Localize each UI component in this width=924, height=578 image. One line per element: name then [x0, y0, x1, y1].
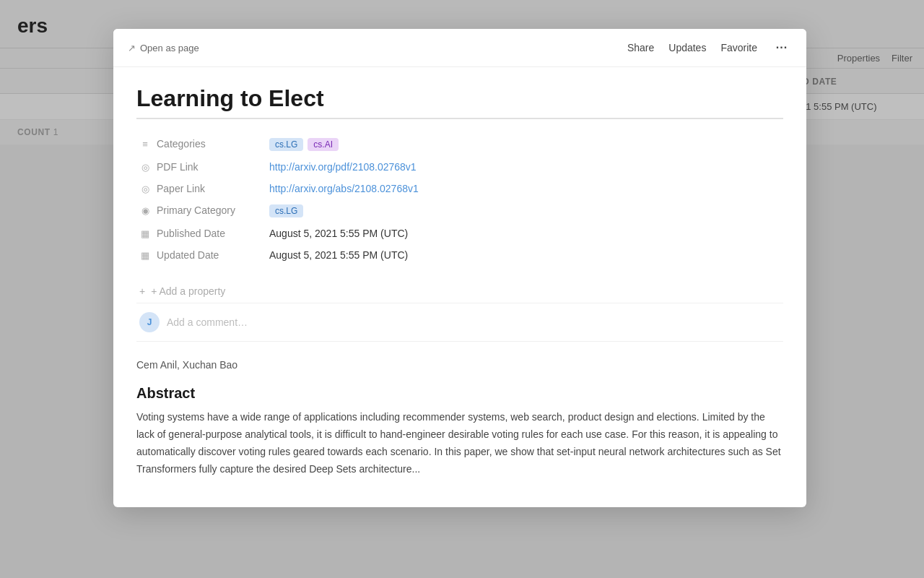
- paper-link-property: ◎ Paper Link http://arxiv.org/abs/2108.0…: [136, 178, 783, 199]
- comment-placeholder[interactable]: Add a comment…: [167, 316, 248, 328]
- published-date-label: ▦ Published Date: [139, 228, 269, 239]
- updated-date-label-text: Updated Date: [157, 249, 219, 261]
- modal-content: Learning to Elect ≡ Categories cs.LG cs.…: [113, 67, 806, 507]
- tag-cs-lg[interactable]: cs.LG: [269, 138, 303, 151]
- updated-date-value[interactable]: August 5, 2021 5:55 PM (UTC): [269, 249, 780, 261]
- comment-section: J Add a comment…: [136, 303, 783, 342]
- authors-text: Cem Anil, Xuchan Bao: [136, 359, 783, 371]
- updated-date-label: ▦ Updated Date: [139, 249, 269, 261]
- add-property-label[interactable]: + Add a property: [151, 285, 225, 297]
- abstract-text: Voting systems have a wide range of appl…: [136, 409, 783, 478]
- tag-cs-ai[interactable]: cs.AI: [308, 138, 339, 151]
- pdf-link-label-text: PDF Link: [157, 161, 199, 173]
- published-date-label-text: Published Date: [157, 228, 225, 239]
- open-as-page-icon: ↗: [128, 43, 136, 53]
- published-date-value[interactable]: August 5, 2021 5:55 PM (UTC): [269, 228, 780, 239]
- more-options-button[interactable]: ···: [772, 38, 792, 58]
- share-button[interactable]: Share: [627, 42, 654, 53]
- primary-category-icon: ◉: [139, 204, 151, 216]
- record-modal: ↗ Open as page Share Updates Favorite ··…: [113, 29, 806, 507]
- properties-section: ≡ Categories cs.LG cs.AI ◎ PDF Link http…: [136, 134, 783, 265]
- primary-category-label-text: Primary Category: [157, 204, 235, 216]
- pdf-link-anchor[interactable]: http://arxiv.org/pdf/2108.02768v1: [269, 161, 417, 173]
- modal-toolbar-left: ↗ Open as page: [128, 43, 199, 53]
- user-avatar: J: [139, 312, 160, 332]
- categories-label: ≡ Categories: [139, 138, 269, 150]
- categories-icon: ≡: [139, 138, 151, 150]
- modal-toolbar-right: Share Updates Favorite ···: [627, 38, 792, 58]
- open-as-page-btn[interactable]: Open as page: [140, 43, 199, 53]
- published-date-property: ▦ Published Date August 5, 2021 5:55 PM …: [136, 223, 783, 243]
- pdf-link-property: ◎ PDF Link http://arxiv.org/pdf/2108.027…: [136, 157, 783, 177]
- pdf-link-label: ◎ PDF Link: [139, 161, 269, 173]
- pdf-link-value: http://arxiv.org/pdf/2108.02768v1: [269, 161, 780, 173]
- categories-label-text: Categories: [157, 138, 206, 150]
- primary-category-label: ◉ Primary Category: [139, 204, 269, 216]
- add-property-row[interactable]: + + Add a property: [136, 280, 783, 303]
- favorite-button[interactable]: Favorite: [720, 42, 757, 53]
- abstract-title: Abstract: [136, 385, 783, 402]
- paper-link-icon: ◎: [139, 183, 151, 194]
- published-date-icon: ▦: [139, 228, 151, 239]
- primary-category-property: ◉ Primary Category cs.LG: [136, 200, 783, 222]
- updated-date-property: ▦ Updated Date August 5, 2021 5:55 PM (U…: [136, 245, 783, 265]
- primary-category-value: cs.LG: [269, 204, 780, 217]
- pdf-link-icon: ◎: [139, 161, 151, 173]
- updates-button[interactable]: Updates: [668, 42, 706, 53]
- categories-value: cs.LG cs.AI: [269, 138, 780, 151]
- updated-date-icon: ▦: [139, 249, 151, 261]
- modal-toolbar: ↗ Open as page Share Updates Favorite ··…: [113, 29, 806, 67]
- paper-link-label-text: Paper Link: [157, 183, 205, 194]
- paper-link-label: ◎ Paper Link: [139, 183, 269, 194]
- categories-property: ≡ Categories cs.LG cs.AI: [136, 134, 783, 155]
- paper-link-anchor[interactable]: http://arxiv.org/abs/2108.02768v1: [269, 183, 419, 194]
- add-property-plus-icon: +: [139, 285, 145, 297]
- tag-primary-cs-lg[interactable]: cs.LG: [269, 204, 303, 217]
- paper-link-value: http://arxiv.org/abs/2108.02768v1: [269, 183, 780, 194]
- record-title[interactable]: Learning to Elect: [136, 85, 783, 119]
